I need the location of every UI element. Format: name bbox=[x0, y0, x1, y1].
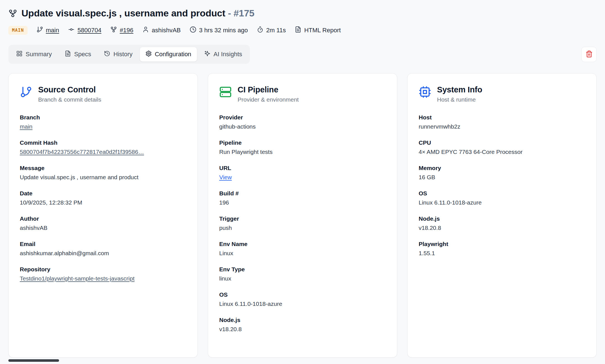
page-header: Update visual.spec.js , username and pro… bbox=[8, 8, 597, 19]
pipeline-value: Run Playwright tests bbox=[219, 148, 386, 156]
run-number: - #175 bbox=[228, 8, 254, 18]
card-title: CI Pipeline bbox=[238, 85, 299, 94]
tab-specs[interactable]: Specs bbox=[59, 47, 97, 62]
field-env-type: Env Type linux bbox=[219, 265, 386, 282]
field-email: Email ashishkumar.alphabin@gmail.com bbox=[20, 240, 186, 257]
cpu-icon bbox=[419, 86, 431, 98]
field-cpu: CPU 4× AMD EPYC 7763 64-Core Processor bbox=[419, 139, 585, 156]
field-trigger: Trigger push bbox=[219, 215, 386, 232]
field-author: Author ashishvAB bbox=[20, 215, 186, 232]
playwright-label: Playwright bbox=[419, 240, 585, 248]
trash-icon bbox=[586, 50, 593, 58]
html-report-label: HTML Report bbox=[304, 27, 341, 34]
repository-link[interactable]: Testdino1/playwright-sample-tests-javasc… bbox=[20, 275, 135, 282]
branch-link[interactable]: main bbox=[20, 123, 33, 131]
message-label: Message bbox=[20, 164, 186, 172]
field-url: URL View bbox=[219, 164, 386, 181]
env-name-label: Env Name bbox=[219, 240, 386, 248]
tab-label: Configuration bbox=[155, 51, 191, 58]
tab-summary[interactable]: Summary bbox=[10, 47, 58, 62]
meta-commit: 5800704 bbox=[68, 26, 101, 35]
tab-ai-insights[interactable]: AI Insights bbox=[198, 47, 248, 62]
nodejs-value: v18.20.8 bbox=[219, 325, 386, 333]
tab-label: AI Insights bbox=[214, 51, 242, 58]
card-subtitle: Provider & environment bbox=[238, 96, 299, 103]
date-label: Date bbox=[20, 190, 186, 197]
clock-icon bbox=[190, 26, 196, 35]
sparkles-icon bbox=[204, 50, 211, 58]
cpu-value: 4× AMD EPYC 7763 64-Core Processor bbox=[419, 148, 585, 156]
server-icon bbox=[219, 86, 232, 98]
field-host: Host runnervmwhb2z bbox=[419, 114, 585, 131]
os-value: Linux 6.11.0-1018-azure bbox=[419, 199, 585, 206]
field-pipeline: Pipeline Run Playwright tests bbox=[219, 139, 386, 156]
card-title: System Info bbox=[437, 85, 482, 94]
configuration-cards: Source Control Branch & commit details B… bbox=[8, 73, 597, 358]
page-title: Update visual.spec.js , username and pro… bbox=[21, 8, 254, 19]
email-label: Email bbox=[20, 240, 186, 248]
author-value: ashishvAB bbox=[20, 224, 186, 232]
git-branch-icon bbox=[36, 26, 43, 35]
env-name-value: Linux bbox=[219, 249, 386, 257]
tab-label: Specs bbox=[74, 51, 91, 58]
trigger-label: Trigger bbox=[219, 215, 386, 222]
memory-value: 16 GB bbox=[419, 173, 585, 181]
memory-label: Memory bbox=[419, 164, 585, 172]
delete-run-button[interactable] bbox=[581, 47, 597, 62]
tab-history[interactable]: History bbox=[98, 47, 138, 62]
horizontal-scrollbar-thumb[interactable] bbox=[8, 359, 59, 362]
meta-branch: main bbox=[36, 26, 59, 35]
tab-label: History bbox=[113, 51, 132, 58]
layout-grid-icon bbox=[16, 50, 23, 58]
os-label: OS bbox=[219, 291, 386, 298]
field-os: OS Linux 6.11.0-1018-azure bbox=[419, 190, 585, 206]
commit-link[interactable]: 5800704 bbox=[77, 27, 101, 34]
env-type-label: Env Type bbox=[219, 265, 386, 273]
card-heading: CI Pipeline Provider & environment bbox=[238, 85, 299, 103]
card-subtitle: Host & runtime bbox=[437, 96, 482, 103]
commit-hash-label: Commit Hash bbox=[20, 139, 186, 146]
field-build-number: Build # 196 bbox=[219, 190, 386, 206]
nodejs-label: Node.js bbox=[419, 215, 585, 222]
message-value: Update visual.spec.js , username and pro… bbox=[20, 173, 186, 181]
git-commit-icon bbox=[68, 26, 75, 35]
card-title: Source Control bbox=[38, 85, 101, 94]
tab-configuration[interactable]: Configuration bbox=[140, 47, 197, 62]
field-nodejs: Node.js v18.20.8 bbox=[219, 316, 386, 333]
host-value: runnervmwhb2z bbox=[419, 123, 585, 131]
meta-duration: 2m 11s bbox=[257, 26, 286, 35]
nodejs-label: Node.js bbox=[219, 316, 386, 324]
card-header: System Info Host & runtime bbox=[419, 85, 585, 103]
field-os: OS Linux 6.11.0-1018-azure bbox=[219, 291, 386, 308]
source-control-card: Source Control Branch & commit details B… bbox=[8, 73, 198, 358]
git-fork-icon bbox=[8, 9, 17, 18]
card-heading: Source Control Branch & commit details bbox=[38, 85, 101, 103]
card-header: CI Pipeline Provider & environment bbox=[219, 85, 386, 103]
nodejs-value: v18.20.8 bbox=[419, 224, 585, 232]
env-type-value: linux bbox=[219, 275, 386, 282]
git-fork-icon bbox=[110, 26, 117, 35]
card-subtitle: Branch & commit details bbox=[38, 96, 101, 103]
pull-request-link[interactable]: #196 bbox=[120, 27, 133, 34]
field-message: Message Update visual.spec.js , username… bbox=[20, 164, 186, 181]
author-name: ashishvAB bbox=[152, 27, 181, 34]
tab-bar: Summary Specs History Configuration AI I… bbox=[8, 45, 250, 64]
commit-hash-link[interactable]: 5800704f7b42237556c772817ea0d2f1f39586… bbox=[20, 148, 144, 156]
trigger-value: push bbox=[219, 224, 386, 232]
branch-badge: MAIN bbox=[8, 26, 28, 35]
field-repository: Repository Testdino1/playwright-sample-t… bbox=[20, 265, 186, 282]
playwright-value: 1.55.1 bbox=[419, 249, 585, 257]
time-ago-text: 3 hrs 32 mins ago bbox=[199, 27, 248, 34]
field-playwright: Playwright 1.55.1 bbox=[419, 240, 585, 257]
test-run-configuration-page: Update visual.spec.js , username and pro… bbox=[0, 0, 605, 358]
os-value: Linux 6.11.0-1018-azure bbox=[219, 300, 386, 308]
branch-label: Branch bbox=[20, 114, 186, 121]
meta-html-report[interactable]: HTML Report bbox=[295, 26, 341, 35]
user-icon bbox=[142, 26, 149, 35]
duration-text: 2m 11s bbox=[266, 27, 286, 34]
url-view-link[interactable]: View bbox=[219, 173, 232, 181]
file-text-icon bbox=[295, 26, 301, 35]
git-branch-icon bbox=[20, 86, 32, 98]
branch-link[interactable]: main bbox=[46, 27, 59, 34]
author-label: Author bbox=[20, 215, 186, 222]
